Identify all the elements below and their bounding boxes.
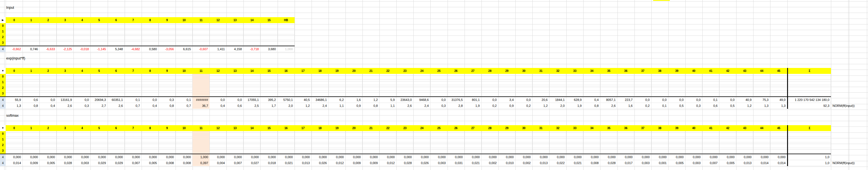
empty-cell[interactable] (312, 148, 329, 154)
data-cell[interactable]: 2,0 (278, 103, 294, 109)
column-header-cell[interactable]: 42 (719, 125, 736, 131)
empty-cell[interactable] (345, 74, 363, 80)
empty-cell[interactable] (260, 74, 277, 80)
empty-sum-cell[interactable] (788, 85, 831, 91)
empty-cell[interactable] (39, 40, 57, 46)
empty-cell[interactable] (6, 80, 23, 85)
empty-cell[interactable] (125, 131, 142, 137)
empty-cell[interactable] (736, 74, 753, 80)
column-header-cell[interactable]: 8 (142, 68, 159, 74)
section-title-input[interactable]: Input (6, 5, 14, 11)
column-header-cell[interactable]: 6 (108, 17, 125, 23)
column-header-cell[interactable]: 29 (498, 125, 516, 131)
empty-cell[interactable] (532, 137, 549, 142)
empty-cell[interactable] (226, 23, 243, 29)
empty-cell[interactable] (142, 91, 159, 96)
data-cell[interactable]: 0,3 (430, 103, 447, 109)
column-header-cell[interactable]: 23 (396, 68, 413, 74)
empty-cell[interactable] (39, 74, 57, 80)
data-cell[interactable]: 0,003 (634, 160, 651, 166)
empty-cell[interactable] (226, 74, 243, 80)
empty-cell[interactable] (73, 23, 91, 29)
empty-cell[interactable] (243, 142, 260, 148)
empty-cell[interactable] (73, 74, 91, 80)
data-cell[interactable]: 0,6 (23, 97, 39, 103)
empty-cell[interactable] (549, 137, 566, 142)
empty-cell[interactable] (243, 131, 260, 137)
empty-cell[interactable] (396, 142, 413, 148)
row-label-cell[interactable]: 1 (0, 29, 6, 34)
data-cell[interactable]: 1,6 (617, 103, 634, 109)
column-header-cell[interactable]: 10 (176, 17, 192, 23)
column-header-cell[interactable]: 0 (6, 125, 23, 131)
empty-cell[interactable] (753, 131, 770, 137)
empty-cell[interactable] (363, 148, 379, 154)
data-cell[interactable]: 4,158 (226, 46, 243, 52)
column-header-cell[interactable]: 18 (312, 68, 329, 74)
data-cell[interactable]: 0,000 (125, 154, 142, 160)
data-cell[interactable]: 0,031 (447, 160, 464, 166)
empty-cell[interactable] (770, 131, 787, 137)
empty-cell[interactable] (108, 80, 125, 85)
highlighted-empty-cell[interactable] (192, 131, 210, 137)
column-header-cell[interactable]: 28 (482, 68, 498, 74)
empty-cell[interactable] (634, 80, 651, 85)
column-header-cell[interactable]: 40 (685, 125, 702, 131)
empty-cell[interactable] (23, 80, 39, 85)
empty-cell[interactable] (243, 74, 260, 80)
empty-cell[interactable] (142, 80, 159, 85)
data-cell[interactable]: 0,027 (243, 160, 260, 166)
column-header-cell[interactable]: 21 (363, 125, 379, 131)
empty-cell[interactable] (243, 91, 260, 96)
row-label-cell[interactable]: 4 (0, 154, 6, 160)
data-cell[interactable]: 0,0 (226, 97, 243, 103)
empty-cell[interactable] (260, 85, 277, 91)
data-cell[interactable]: 0,0 (142, 97, 159, 103)
row-label-cell[interactable]: 3 (0, 40, 6, 46)
data-cell[interactable]: 0,008 (176, 160, 192, 166)
data-cell[interactable]: -0,662 (6, 46, 23, 52)
data-cell[interactable]: 1,2 (363, 97, 379, 103)
empty-cell[interactable] (278, 131, 294, 137)
data-cell[interactable]: 1,6 (345, 97, 363, 103)
data-cell[interactable]: 0,014 (770, 160, 787, 166)
data-cell[interactable]: 0,000 (39, 154, 57, 160)
data-cell[interactable]: 40,5 (294, 97, 312, 103)
empty-cell[interactable] (736, 85, 753, 91)
empty-cell[interactable] (125, 91, 142, 96)
data-cell[interactable]: 0,000 (702, 154, 719, 160)
column-header-cell[interactable]: 43 (736, 68, 753, 74)
data-cell[interactable]: 0,4 (39, 103, 57, 109)
empty-cell[interactable] (57, 137, 73, 142)
data-cell[interactable]: 0,000 (736, 154, 753, 160)
column-header-cell[interactable]: 31 (532, 125, 549, 131)
empty-cell[interactable] (396, 91, 413, 96)
empty-cell[interactable] (39, 29, 57, 34)
empty-cell[interactable] (549, 91, 566, 96)
empty-cell[interactable] (329, 137, 345, 142)
data-cell[interactable]: 0,5 (669, 103, 685, 109)
data-cell[interactable]: 0,8 (23, 103, 39, 109)
row-label-cell[interactable]: 4 (0, 46, 6, 52)
empty-cell[interactable] (142, 85, 159, 91)
column-header-cell[interactable]: 34 (583, 125, 600, 131)
empty-cell[interactable] (108, 29, 125, 34)
data-cell[interactable]: 20,6 (532, 97, 549, 103)
data-cell[interactable]: -3,718 (243, 46, 260, 52)
column-header-cell[interactable]: 24 (413, 125, 430, 131)
row-marker-down-icon[interactable]: ▼ (0, 125, 6, 131)
column-header-cell[interactable]: 32 (549, 125, 566, 131)
column-header-cell[interactable]: 31 (532, 68, 549, 74)
empty-cell[interactable] (142, 29, 159, 34)
empty-cell[interactable] (91, 29, 107, 34)
empty-cell[interactable] (345, 142, 363, 148)
column-header-cell[interactable]: 36 (617, 68, 634, 74)
data-cell[interactable]: 0,000 (413, 154, 430, 160)
empty-cell[interactable] (396, 85, 413, 91)
empty-cell[interactable] (329, 91, 345, 96)
column-header-cell[interactable]: 21 (363, 68, 379, 74)
empty-cell[interactable] (634, 131, 651, 137)
column-header-cell[interactable]: 26 (447, 125, 464, 131)
empty-cell[interactable] (57, 74, 73, 80)
data-cell[interactable]: 0,580 (142, 46, 159, 52)
